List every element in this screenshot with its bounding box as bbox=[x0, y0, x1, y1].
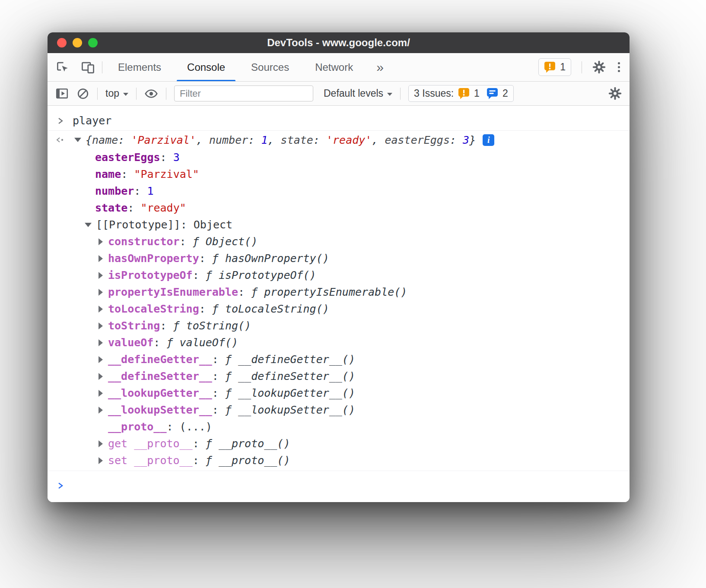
inspect-cursor-icon bbox=[55, 60, 70, 74]
expand-triangle-icon[interactable] bbox=[99, 407, 103, 414]
console-property-row-state[interactable]: state: "ready" bbox=[48, 199, 630, 216]
property-name: name bbox=[95, 168, 121, 180]
property-value-function: ƒ __defineSetter__() bbox=[225, 370, 355, 383]
expand-triangle-icon[interactable] bbox=[99, 255, 103, 262]
issues-counter-button[interactable]: 1 bbox=[538, 58, 571, 76]
property-name: __defineGetter__ bbox=[108, 353, 212, 366]
tab-network-label: Network bbox=[315, 61, 353, 73]
console-sidebar-icon bbox=[55, 87, 69, 100]
separator-text: : bbox=[160, 319, 173, 332]
property-name: __lookupSetter__ bbox=[108, 404, 212, 416]
issues-summary-button[interactable]: 3 Issues: 1 2 bbox=[408, 85, 514, 102]
returned-value-icon bbox=[55, 136, 65, 143]
devtools-tabbar: Elements Console Sources Network » 1 bbox=[48, 53, 630, 82]
property-name: __proto__ bbox=[108, 420, 166, 433]
console-command-row[interactable]: player bbox=[48, 111, 630, 131]
console-property-row-__defineSetter__[interactable]: __defineSetter__: ƒ __defineSetter__() bbox=[48, 368, 630, 385]
property-name: number bbox=[95, 185, 134, 197]
device-toolbar-icon bbox=[81, 60, 95, 74]
preview-token: { bbox=[86, 134, 92, 146]
console-property-row-valueOf[interactable]: valueOf: ƒ valueOf() bbox=[48, 334, 630, 351]
zoom-window-button[interactable] bbox=[88, 38, 98, 47]
console-property-row-isPrototypeOf[interactable]: isPrototypeOf: ƒ isPrototypeOf() bbox=[48, 267, 630, 284]
issues-message-count: 2 bbox=[502, 88, 508, 99]
console-prompt[interactable] bbox=[48, 477, 630, 494]
property-value-function: ƒ hasOwnProperty() bbox=[212, 252, 329, 265]
clear-console-button[interactable] bbox=[76, 87, 89, 100]
console-property-row-toLocaleString[interactable]: toLocaleString: ƒ toLocaleString() bbox=[48, 300, 630, 317]
close-window-button[interactable] bbox=[57, 38, 67, 47]
console-property-row-name[interactable]: name: "Parzival" bbox=[48, 166, 630, 183]
toolbar-separator bbox=[166, 88, 166, 100]
command-chevron-icon bbox=[57, 117, 64, 125]
object-preview-row[interactable]: {name: 'Parzival', number: 1, state: 're… bbox=[48, 131, 630, 149]
separator-text: : bbox=[121, 168, 134, 180]
collapse-triangle-icon[interactable] bbox=[85, 223, 92, 227]
more-options-button[interactable] bbox=[616, 60, 622, 74]
tab-elements[interactable]: Elements bbox=[105, 53, 174, 81]
context-label: top bbox=[105, 88, 119, 99]
info-icon[interactable]: i bbox=[483, 134, 494, 146]
log-levels-dropdown[interactable]: Default levels bbox=[324, 88, 392, 99]
preview-token: state bbox=[281, 134, 313, 146]
console-settings-button[interactable] bbox=[608, 87, 622, 100]
property-value-ellipsis[interactable]: (...) bbox=[180, 420, 212, 433]
minimize-window-button[interactable] bbox=[73, 38, 82, 47]
expand-triangle-icon[interactable] bbox=[99, 322, 103, 329]
expand-triangle-icon[interactable] bbox=[99, 356, 103, 363]
console-result-entry[interactable]: {name: 'Parzival', number: 1, state: 're… bbox=[48, 131, 630, 471]
toggle-device-toolbar-button[interactable] bbox=[81, 60, 95, 74]
expand-triangle-icon[interactable] bbox=[99, 289, 103, 296]
own-properties-list: easterEggs: 3name: "Parzival"number: 1st… bbox=[48, 149, 630, 216]
console-property-row-__defineGetter__[interactable]: __defineGetter__: ƒ __defineGetter__() bbox=[48, 351, 630, 368]
property-name: state bbox=[95, 202, 127, 214]
console-property-row-__lookupSetter__[interactable]: __lookupSetter__: ƒ __lookupSetter__() bbox=[48, 401, 630, 418]
expand-triangle-icon[interactable] bbox=[99, 390, 103, 397]
console-property-row-__lookupGetter__[interactable]: __lookupGetter__: ƒ __lookupGetter__() bbox=[48, 385, 630, 401]
tabbar-right-controls: 1 bbox=[538, 53, 630, 81]
console-property-row-get-__proto__[interactable]: get __proto__: ƒ __proto__() bbox=[48, 435, 630, 452]
expand-triangle-icon[interactable] bbox=[99, 440, 103, 447]
inspect-element-button[interactable] bbox=[55, 60, 70, 74]
create-live-expression-button[interactable] bbox=[144, 87, 158, 101]
property-value-function: ƒ __proto__() bbox=[206, 437, 290, 450]
property-value-function: ƒ Object() bbox=[193, 235, 258, 248]
expand-triangle-icon[interactable] bbox=[99, 238, 103, 245]
titlebar[interactable]: DevTools - www.google.com/ bbox=[48, 32, 630, 53]
tab-network[interactable]: Network bbox=[302, 53, 366, 81]
tab-console[interactable]: Console bbox=[174, 53, 238, 81]
javascript-context-dropdown[interactable]: top bbox=[105, 88, 128, 99]
console-messages-area[interactable]: player {name: 'Parzival', number: 1, sta… bbox=[48, 106, 630, 502]
preview-token: : bbox=[118, 134, 131, 146]
prototype-row[interactable]: [[Prototype]] : Object bbox=[48, 216, 630, 233]
expand-triangle-icon[interactable] bbox=[99, 272, 103, 279]
console-sidebar-toggle-button[interactable] bbox=[55, 87, 69, 100]
console-property-row-constructor[interactable]: constructor: ƒ Object() bbox=[48, 233, 630, 250]
property-name: get __proto__ bbox=[108, 437, 193, 450]
preview-token: : bbox=[450, 134, 463, 146]
chevron-down-icon bbox=[123, 93, 128, 96]
console-property-row-hasOwnProperty[interactable]: hasOwnProperty: ƒ hasOwnProperty() bbox=[48, 250, 630, 267]
settings-button[interactable] bbox=[592, 60, 606, 74]
console-property-row-set-__proto__[interactable]: set __proto__: ƒ __proto__() bbox=[48, 452, 630, 469]
console-property-row-__proto__[interactable]: __proto__: (...) bbox=[48, 418, 630, 435]
separator-text: : bbox=[238, 286, 251, 298]
separator-text: : bbox=[127, 202, 140, 214]
filter-input[interactable] bbox=[174, 85, 313, 101]
console-property-row-easterEggs[interactable]: easterEggs: 3 bbox=[48, 149, 630, 166]
more-tabs-button[interactable]: » bbox=[366, 53, 394, 81]
tab-sources[interactable]: Sources bbox=[238, 53, 302, 81]
preview-token: easterEggs bbox=[385, 134, 450, 146]
expand-triangle-icon[interactable] bbox=[99, 339, 103, 346]
console-property-row-number[interactable]: number: 1 bbox=[48, 183, 630, 199]
tabbar-separator bbox=[102, 61, 102, 73]
block-icon bbox=[76, 87, 89, 100]
property-value-function: ƒ toString() bbox=[173, 319, 251, 332]
console-property-row-propertyIsEnumerable[interactable]: propertyIsEnumerable: ƒ propertyIsEnumer… bbox=[48, 284, 630, 300]
expand-triangle-icon[interactable] bbox=[99, 457, 103, 464]
expand-triangle-icon[interactable] bbox=[99, 373, 103, 380]
issues-summary-label: 3 Issues: bbox=[414, 88, 454, 99]
collapse-triangle-icon[interactable] bbox=[74, 138, 81, 142]
expand-triangle-icon[interactable] bbox=[99, 306, 103, 313]
console-property-row-toString[interactable]: toString: ƒ toString() bbox=[48, 317, 630, 334]
